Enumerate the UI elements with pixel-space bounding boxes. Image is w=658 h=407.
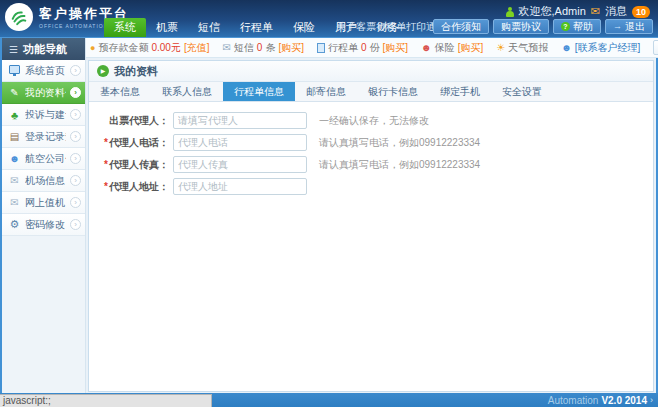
coins-icon: ●	[90, 43, 95, 53]
welcome-text: 欢迎您,Admin	[519, 4, 586, 19]
manager-icon: ☻	[561, 42, 572, 53]
logout-label: 退出	[625, 20, 645, 33]
message-envelope-icon: ✉	[591, 5, 600, 18]
ticket-agreement-button[interactable]: 购票协议	[493, 19, 549, 34]
users-icon: ☻	[8, 153, 21, 164]
sms-item: ✉ 短信 0 条 [购买]	[222, 41, 304, 55]
label-text: 出票代理人：	[109, 115, 169, 126]
agent-name-input[interactable]	[173, 112, 307, 129]
sidebar-item-change-password[interactable]: ⚙ 密码修改 ›	[2, 214, 85, 236]
header: 客户操作平台 OFFICE AUTOMATION SYSTEM 欢迎您,Admi…	[0, 0, 658, 38]
sidebar-item-airports[interactable]: ✉ 机场信息 ›	[2, 170, 85, 192]
weather-sun-icon: ☀	[496, 42, 505, 53]
recharge-link[interactable]: [充值]	[184, 41, 210, 55]
coop-notice-button[interactable]: 合作须知	[433, 19, 489, 34]
agent-fax-hint: 请认真填写电话，例如09912223334	[319, 158, 480, 172]
help-icon: ?	[561, 22, 570, 31]
sidebar-item-label: 网上值机	[25, 196, 66, 210]
itinerary-label: 行程单	[328, 41, 358, 55]
header-actions: 合作须知 购票协议 ? 帮助 → 退出	[433, 19, 653, 34]
tab-contact-info[interactable]: 联系人信息	[151, 82, 223, 101]
nav-tab-insurance[interactable]: 保险	[283, 18, 325, 37]
sidebar-item-airlines[interactable]: ☻ 航空公司信息 ›	[2, 148, 85, 170]
message-count-badge[interactable]: 10	[632, 6, 650, 18]
nav-tab-itinerary[interactable]: 行程单	[230, 18, 283, 37]
tab-itinerary-info[interactable]: 行程单信息	[223, 82, 295, 101]
sidebar-item-label: 登录记录查看	[25, 130, 66, 144]
form-row-agent-name: 出票代理人： 一经确认保存，无法修改	[97, 112, 653, 129]
agent-phone-input[interactable]	[173, 134, 307, 151]
agent-address-input[interactable]	[173, 178, 307, 195]
agent-phone-hint: 请认真填写电话，例如09912223334	[319, 136, 480, 150]
itinerary-doc-icon	[317, 43, 325, 53]
sms-buy-link[interactable]: [购买]	[278, 41, 304, 55]
chevron-right-icon: ›	[70, 153, 81, 164]
browser-status-text: javascript:;	[0, 394, 212, 407]
sidebar-item-home[interactable]: 系统首页 ›	[2, 60, 85, 82]
sidebar-item-my-profile[interactable]: ✎ 我的资料信息 ›	[2, 82, 85, 104]
tab-basic-info[interactable]: 基本信息	[89, 82, 151, 101]
tab-security-settings[interactable]: 安全设置	[491, 82, 553, 101]
tab-bank-card-info[interactable]: 银行卡信息	[357, 82, 429, 101]
message-link[interactable]: 消息	[605, 4, 627, 19]
nav-tab-tickets[interactable]: 机票	[146, 18, 188, 37]
sms-count: 0	[257, 42, 263, 53]
weather-label: 天气预报	[508, 41, 548, 55]
logout-button[interactable]: → 退出	[605, 19, 653, 34]
agent-fax-input[interactable]	[173, 156, 307, 173]
user-icon	[506, 7, 514, 17]
sidebar-item-complaints[interactable]: ♣ 投诉与建议 ›	[2, 104, 85, 126]
wechat-button[interactable]: 微信公众号	[653, 40, 658, 55]
itinerary-unit: 份	[370, 41, 380, 55]
footer-version: V2.0 2014	[601, 395, 647, 406]
footer-more-icon: ›	[650, 395, 653, 405]
label-text: 代理人传真：	[109, 159, 169, 170]
sidebar-item-online-checkin[interactable]: ✉ 网上值机 ›	[2, 192, 85, 214]
notice-text[interactable]: 关于客票行程单打印通知	[336, 20, 446, 34]
toolbar: ● 预存款金额 0.00元 [充值] ✉ 短信 0 条 [购买] 行程单 0 份…	[86, 38, 658, 58]
chevron-right-icon: ›	[70, 175, 81, 186]
main-area: ▶ 我的资料 基本信息 联系人信息 行程单信息 邮寄信息 银行卡信息 绑定手机 …	[86, 58, 656, 393]
insurance-agent-icon: ☻	[421, 42, 432, 53]
toolbar-right: 微信公众号 QQ客户	[653, 40, 658, 55]
sidebar-header: ☰ 功能导航	[2, 38, 85, 60]
nav-tab-sms[interactable]: 短信	[188, 18, 230, 37]
nav-tab-system[interactable]: 系统	[104, 18, 146, 37]
label-text: 代理人电话：	[109, 137, 169, 148]
contact-manager-link[interactable]: [联系客户经理]	[575, 41, 641, 55]
chevron-right-icon: ›	[70, 131, 81, 142]
page-title: 我的资料	[114, 64, 158, 79]
form-row-agent-fax: *代理人传真： 请认真填写电话，例如09912223334	[97, 156, 653, 173]
agent-address-label: *代理人地址：	[97, 180, 169, 194]
insurance-buy-link[interactable]: [购买]	[458, 41, 484, 55]
book-icon: ▤	[8, 131, 21, 142]
sms-label: 短信	[234, 41, 254, 55]
sidebar-item-label: 我的资料信息	[25, 86, 66, 100]
chevron-right-icon: ›	[70, 219, 81, 230]
monitor-icon	[8, 65, 21, 76]
sidebar-item-label: 机场信息	[25, 174, 66, 188]
sidebar-item-login-records[interactable]: ▤ 登录记录查看 ›	[2, 126, 85, 148]
tab-mailing-info[interactable]: 邮寄信息	[295, 82, 357, 101]
form-row-agent-address: *代理人地址：	[97, 178, 653, 195]
sidebar-item-label: 航空公司信息	[25, 152, 66, 166]
chevron-right-icon: ›	[70, 197, 81, 208]
help-button[interactable]: ? 帮助	[553, 19, 601, 34]
insurance-item: ☻ 保险 [购买]	[421, 41, 483, 55]
footer-brand: Automation	[548, 395, 599, 406]
chevron-right-icon: ›	[70, 87, 81, 98]
sidebar-header-label: 功能导航	[23, 42, 67, 57]
weather-item[interactable]: ☀ 天气预报	[496, 41, 548, 55]
edit-icon: ✎	[8, 87, 21, 98]
tab-bind-phone[interactable]: 绑定手机	[429, 82, 491, 101]
sidebar-item-label: 投诉与建议	[25, 108, 66, 122]
tab-bar: 基本信息 联系人信息 行程单信息 邮寄信息 银行卡信息 绑定手机 安全设置	[89, 82, 653, 102]
required-star: *	[104, 137, 108, 148]
gear-icon: ⚙	[8, 218, 21, 231]
section-play-icon: ▶	[97, 65, 109, 77]
itinerary-buy-link[interactable]: [购买]	[383, 41, 409, 55]
help-label: 帮助	[573, 20, 593, 33]
coop-notice-label: 合作须知	[441, 20, 481, 33]
form-row-agent-phone: *代理人电话： 请认真填写电话，例如09912223334	[97, 134, 653, 151]
deposit-value: 0.00元	[151, 41, 180, 55]
